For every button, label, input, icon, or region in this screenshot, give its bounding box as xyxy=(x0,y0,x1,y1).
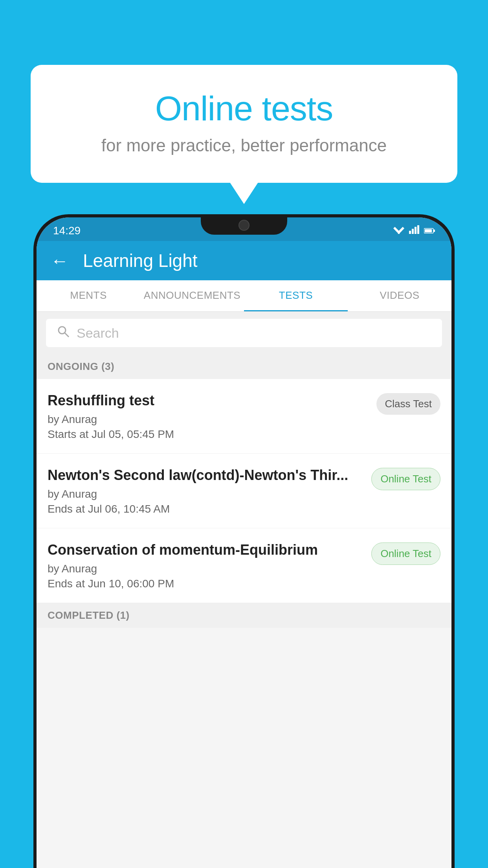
svg-rect-4 xyxy=(412,229,414,234)
test-item[interactable]: Newton's Second law(contd)-Newton's Thir… xyxy=(37,454,451,528)
battery-icon xyxy=(424,225,435,236)
search-container: Search xyxy=(37,312,451,354)
search-placeholder: Search xyxy=(77,326,119,341)
svg-rect-6 xyxy=(417,225,419,234)
bubble-title: Online tests xyxy=(62,88,426,129)
phone-frame: 14:29 xyxy=(33,214,455,868)
test-name: Conservation of momentum-Equilibrium xyxy=(48,541,363,559)
test-name: Reshuffling test xyxy=(48,392,369,409)
test-badge-class: Class Test xyxy=(376,393,440,415)
signal-icon xyxy=(409,225,419,236)
test-list: Reshuffling test by Anurag Starts at Jul… xyxy=(37,379,451,603)
test-info: Newton's Second law(contd)-Newton's Thir… xyxy=(48,466,363,515)
test-badge-online: Online Test xyxy=(371,542,440,565)
test-time: Ends at Jun 10, 06:00 PM xyxy=(48,577,363,590)
svg-rect-9 xyxy=(425,229,432,232)
svg-point-10 xyxy=(59,327,66,334)
svg-rect-3 xyxy=(409,231,411,234)
svg-rect-5 xyxy=(415,227,416,234)
test-item[interactable]: Conservation of momentum-Equilibrium by … xyxy=(37,528,451,603)
test-name: Newton's Second law(contd)-Newton's Thir… xyxy=(48,466,363,484)
test-by: by Anurag xyxy=(48,488,363,500)
tab-announcements[interactable]: ANNOUNCEMENTS xyxy=(140,280,244,311)
svg-line-11 xyxy=(65,333,69,337)
app-title: Learning Light xyxy=(83,250,198,271)
test-item[interactable]: Reshuffling test by Anurag Starts at Jul… xyxy=(37,379,451,454)
status-time: 14:29 xyxy=(53,224,81,237)
test-time: Starts at Jul 05, 05:45 PM xyxy=(48,428,369,441)
status-icons xyxy=(393,225,435,236)
test-time: Ends at Jul 06, 10:45 AM xyxy=(48,503,363,515)
search-bar[interactable]: Search xyxy=(46,319,442,347)
phone-screen: 14:29 xyxy=(37,217,451,868)
test-info: Reshuffling test by Anurag Starts at Jul… xyxy=(48,392,369,441)
bubble-subtitle: for more practice, better performance xyxy=(62,136,426,155)
wifi-icon xyxy=(393,225,404,236)
test-badge-online: Online Test xyxy=(371,468,440,490)
tab-videos[interactable]: VIDEOS xyxy=(348,280,451,311)
front-camera xyxy=(238,220,250,231)
test-by: by Anurag xyxy=(48,413,369,426)
section-ongoing-header: ONGOING (3) xyxy=(37,354,451,379)
test-by: by Anurag xyxy=(48,563,363,575)
test-info: Conservation of momentum-Equilibrium by … xyxy=(48,541,363,590)
tab-ments[interactable]: MENTS xyxy=(37,280,140,311)
back-button[interactable]: ← xyxy=(51,250,69,271)
section-completed-header: COMPLETED (1) xyxy=(37,603,451,628)
search-icon xyxy=(57,325,70,341)
app-bar: ← Learning Light xyxy=(37,241,451,280)
phone-notch xyxy=(201,214,287,235)
tab-tests[interactable]: TESTS xyxy=(244,280,348,311)
tabs-container: MENTS ANNOUNCEMENTS TESTS VIDEOS xyxy=(37,280,451,312)
svg-rect-8 xyxy=(433,230,435,232)
speech-bubble: Online tests for more practice, better p… xyxy=(31,65,457,183)
